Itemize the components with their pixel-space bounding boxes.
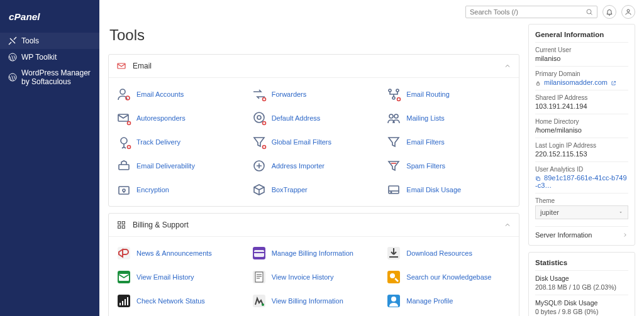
search-input-wrapper[interactable]	[465, 6, 597, 18]
sidebar-item-tools[interactable]: Tools	[0, 33, 99, 49]
domain-text: milanisomadder.com	[544, 79, 608, 86]
lock-icon	[535, 80, 541, 86]
sidebar-item-wp-toolkit[interactable]: WP Toolkit	[0, 49, 99, 65]
tool-email-deliverability[interactable]: Email Deliverability	[113, 156, 245, 176]
svg-rect-32	[122, 226, 125, 228]
tool-manage-billing-information[interactable]: Manage Billing Information	[248, 243, 380, 263]
search-icon	[586, 8, 593, 16]
tool-label: Search our Knowledgebase	[406, 273, 491, 281]
svg-point-6	[120, 89, 125, 94]
tool-view-invoice-history[interactable]: View Invoice History	[248, 267, 380, 287]
svg-point-4	[627, 9, 630, 12]
chevron-up-icon[interactable]	[504, 62, 511, 70]
tool-news-announcements[interactable]: News & Announcements	[113, 243, 245, 263]
tool-spam-filters[interactable]: Spam Filters	[382, 156, 515, 176]
tool-address-importer[interactable]: Address Importer	[248, 156, 380, 176]
card-header-email[interactable]: Email	[109, 55, 519, 78]
user-menu-button[interactable]	[621, 5, 635, 19]
sidebar-item-wp-manager[interactable]: WordPress Manager by Softaculous	[0, 65, 99, 89]
stat-mysql-disk-usage: MySQL® Disk Usage 0 bytes / 9.8 GB (0%)	[535, 295, 628, 316]
tool-label: Global Email Filters	[272, 138, 331, 146]
tool-download-resources[interactable]: Download Resources	[382, 243, 515, 263]
svg-point-11	[392, 97, 395, 99]
svg-point-18	[389, 114, 393, 118]
tool-track-delivery[interactable]: Track Delivery	[113, 132, 245, 152]
svg-point-53	[391, 297, 396, 302]
tool-view-billing-information[interactable]: View Billing Information	[248, 291, 380, 311]
view-invoice-history-icon	[252, 270, 267, 285]
tool-label: Manage Profile	[406, 297, 453, 305]
tool-boxtrapper[interactable]: BoxTrapper	[248, 180, 380, 200]
tool-forwarders[interactable]: Forwarders	[248, 84, 380, 104]
info-label: Primary Domain	[535, 70, 628, 77]
tool-global-email-filters[interactable]: Global Email Filters	[248, 132, 380, 152]
external-link-icon	[611, 80, 616, 86]
analytics-id-text: 89e1c187-661e-41cc-b749-c3…	[535, 174, 627, 189]
info-last-login-ip: Last Login IP Address 220.152.115.153	[535, 138, 628, 161]
tool-encryption[interactable]: Encryption	[113, 180, 245, 200]
tool-label: Mailing Lists	[406, 114, 445, 122]
tool-search-our-knowledgebase[interactable]: Search our Knowledgebase	[382, 267, 515, 287]
tool-mailing-lists[interactable]: Mailing Lists	[382, 108, 515, 128]
wordpress-icon	[8, 72, 18, 82]
tool-label: Email Accounts	[136, 90, 184, 98]
cpanel-logo[interactable]: cPanel	[0, 6, 99, 33]
info-label: Theme	[535, 197, 628, 204]
panel-title: Statistics	[535, 259, 628, 266]
info-value-link[interactable]: 89e1c187-661e-41cc-b749-c3…	[535, 174, 628, 189]
info-label: User Analytics ID	[535, 166, 628, 173]
notifications-button[interactable]	[602, 5, 616, 19]
tool-label: Check Network Status	[136, 297, 205, 305]
tool-label: View Billing Information	[272, 297, 343, 305]
tool-email-routing[interactable]: Email Routing	[382, 84, 515, 104]
tool-email-filters[interactable]: Email Filters	[382, 132, 515, 152]
spam-filters-icon	[386, 158, 401, 173]
theme-select[interactable]: jupiter	[535, 205, 628, 219]
info-label: Current User	[535, 46, 628, 53]
tool-label: Manage Billing Information	[272, 249, 353, 257]
server-information-link[interactable]: Server Information	[535, 226, 628, 239]
tool-email-accounts[interactable]: Email Accounts	[113, 84, 245, 104]
tool-check-network-status[interactable]: Check Network Status	[113, 291, 245, 311]
tool-label: Default Address	[272, 114, 321, 122]
tool-autoresponders[interactable]: Autoresponders	[113, 108, 245, 128]
svg-point-3	[587, 9, 591, 14]
card-title: Email	[133, 62, 497, 70]
chevron-up-icon[interactable]	[504, 221, 511, 229]
tool-label: Download Resources	[406, 249, 472, 257]
info-shared-ip: Shared IP Address 103.191.241.194	[535, 90, 628, 114]
tool-email-disk-usage[interactable]: Email Disk Usage	[382, 180, 515, 200]
info-home-dir: Home Directory /home/milaniso	[535, 114, 628, 138]
svg-rect-25	[119, 187, 129, 194]
info-value: /home/milaniso	[535, 126, 628, 134]
boxtrapper-icon	[252, 182, 267, 197]
search-input[interactable]	[470, 8, 586, 16]
tool-view-email-history[interactable]: View Email History	[113, 267, 245, 287]
info-value: 220.152.115.153	[535, 150, 628, 158]
info-value-link[interactable]: milanisomadder.com	[535, 79, 628, 86]
svg-point-51	[262, 303, 264, 306]
email-routing-icon	[386, 87, 401, 102]
track-delivery-icon	[116, 134, 131, 150]
encryption-icon	[116, 182, 131, 197]
tool-label: Email Filters	[406, 138, 445, 146]
tool-default-address[interactable]: Default Address	[248, 108, 380, 128]
svg-point-21	[128, 146, 131, 149]
left-column: Tools Email Email AccountsForwardersEmai…	[108, 24, 519, 310]
tool-label: News & Announcements	[136, 249, 212, 257]
manage-billing-information-icon	[252, 246, 267, 261]
svg-rect-23	[119, 165, 129, 170]
email-filters-icon	[386, 134, 401, 150]
sidebar: cPanel Tools WP Toolkit WordPress Manage…	[0, 0, 99, 316]
svg-point-15	[254, 112, 264, 123]
wrench-crossed-icon	[8, 36, 18, 46]
tool-manage-profile[interactable]: Manage Profile	[382, 291, 515, 311]
card-header-billing[interactable]: Billing & Support	[109, 214, 519, 237]
tool-label: Autoresponders	[136, 114, 186, 122]
stat-label: Disk Usage	[535, 275, 628, 282]
svg-point-16	[257, 116, 261, 119]
chevron-right-icon	[622, 232, 628, 238]
stat-disk-usage: Disk Usage 208.18 MB / 10 GB (2.03%)	[535, 270, 628, 295]
svg-rect-72	[537, 178, 540, 181]
email-disk-usage-icon	[386, 182, 401, 197]
